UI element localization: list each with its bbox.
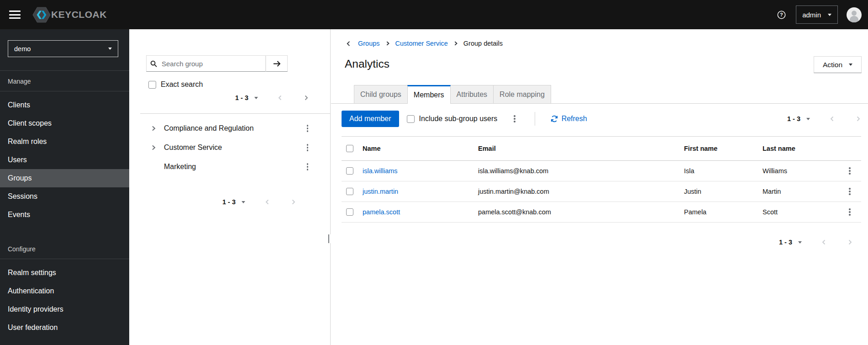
avatar[interactable] xyxy=(847,7,862,22)
column-header-last-name: Last name xyxy=(763,145,838,152)
expand-chevron-icon[interactable] xyxy=(151,126,156,131)
group-tree-panel: Exact search 1 - 3 Compliance and Regula… xyxy=(129,29,330,345)
page-title: Analytics xyxy=(345,56,389,72)
user-dropdown[interactable]: admin xyxy=(796,5,838,24)
sidebar-item-sessions[interactable]: Sessions xyxy=(0,187,129,206)
tree-pagination-top: 1 - 3 xyxy=(129,93,330,103)
sidebar-item-authentication[interactable]: Authentication xyxy=(0,282,129,300)
pagination-range: 1 - 3 xyxy=(779,239,792,246)
add-member-button[interactable]: Add member xyxy=(342,111,399,127)
tree-pagination-bottom: 1 - 3 xyxy=(129,197,330,207)
keycloak-hexagon-icon xyxy=(32,7,51,23)
row-checkbox[interactable] xyxy=(346,208,353,216)
user-name: admin xyxy=(802,11,821,19)
group-name-link[interactable]: Marketing xyxy=(164,163,305,171)
chevron-right-icon xyxy=(290,199,296,205)
panel-divider xyxy=(330,29,331,345)
toolbar-divider xyxy=(535,112,535,126)
breadcrumb-back-chevron-icon[interactable] xyxy=(346,41,352,47)
chevron-left-icon xyxy=(821,239,827,245)
member-last-name: Martin xyxy=(763,188,838,195)
sidebar-item-realm-settings[interactable]: Realm settings xyxy=(0,264,129,282)
member-name-link[interactable]: pamela.scott xyxy=(363,208,478,216)
table-header-row: Name Email First name Last name xyxy=(342,136,861,161)
previous-page-button[interactable] xyxy=(829,116,836,122)
include-subgroup-checkbox[interactable] xyxy=(407,115,415,123)
breadcrumb-link-customer-service[interactable]: Customer Service xyxy=(395,40,448,47)
select-all-checkbox[interactable] xyxy=(346,145,353,152)
row-kebab-menu-icon[interactable] xyxy=(847,186,852,196)
row-checkbox[interactable] xyxy=(346,167,353,175)
sidebar-item-groups[interactable]: Groups xyxy=(0,169,129,187)
per-page-toggle[interactable]: 1 - 3 xyxy=(222,198,245,206)
member-first-name: Justin xyxy=(684,188,763,195)
svg-text:?: ? xyxy=(780,12,783,17)
member-name-link[interactable]: isla.williams xyxy=(363,167,478,175)
next-page-button[interactable] xyxy=(290,199,296,205)
exact-search-option: Exact search xyxy=(148,80,330,89)
tab-role-mapping[interactable]: Role mapping xyxy=(493,85,551,103)
refresh-label: Refresh xyxy=(562,115,587,123)
sidebar-item-user-federation[interactable]: User federation xyxy=(0,318,129,337)
toolbar-kebab-menu-icon[interactable] xyxy=(512,113,517,124)
sidebar-item-client-scopes[interactable]: Client scopes xyxy=(0,114,129,133)
per-page-toggle[interactable]: 1 - 3 xyxy=(779,239,802,246)
sidebar-item-identity-providers[interactable]: Identity providers xyxy=(0,300,129,318)
table-row: isla.williams isla.williams@knab.com Isl… xyxy=(342,161,861,181)
per-page-toggle[interactable]: 1 - 3 xyxy=(787,115,810,122)
group-name-link[interactable]: Compliance and Regulation xyxy=(164,124,305,133)
group-kebab-menu-icon[interactable] xyxy=(305,142,310,153)
group-details-pane: Groups Customer Service Group details An… xyxy=(331,29,868,345)
realm-selector[interactable]: demo xyxy=(8,40,118,57)
members-pagination-bottom: 1 - 3 xyxy=(331,237,853,247)
previous-page-button[interactable] xyxy=(264,199,271,205)
group-tabs: Child groups Members Attributes Role map… xyxy=(331,85,868,104)
nav-toggle-hamburger-icon[interactable] xyxy=(9,11,21,19)
tab-attributes[interactable]: Attributes xyxy=(450,85,494,103)
group-tree-item: Marketing xyxy=(129,157,330,176)
nav-section-manage: Manage Clients Client scopes Realm roles… xyxy=(0,70,129,224)
help-icon[interactable]: ? xyxy=(777,11,786,19)
tab-child-groups[interactable]: Child groups xyxy=(354,85,408,103)
chevron-right-icon xyxy=(847,239,853,245)
next-page-button[interactable] xyxy=(855,116,861,122)
group-kebab-menu-icon[interactable] xyxy=(305,161,310,172)
sidebar-item-clients[interactable]: Clients xyxy=(0,96,129,114)
action-dropdown-button[interactable]: Action xyxy=(814,56,862,73)
chevron-right-icon xyxy=(453,41,458,46)
sidebar-item-users[interactable]: Users xyxy=(0,151,129,169)
group-kebab-menu-icon[interactable] xyxy=(305,123,310,133)
expand-chevron-icon[interactable] xyxy=(151,145,156,150)
chevron-right-icon xyxy=(303,95,309,101)
member-name-link[interactable]: justin.martin xyxy=(363,188,478,195)
member-email: isla.williams@knab.com xyxy=(478,167,684,175)
nav-section-configure: Configure Realm settings Authentication … xyxy=(0,239,129,337)
row-kebab-menu-icon[interactable] xyxy=(847,207,852,217)
table-row: pamela.scott pamela.scott@knab.com Pamel… xyxy=(342,202,861,223)
breadcrumb-link-groups[interactable]: Groups xyxy=(358,40,380,47)
next-page-button[interactable] xyxy=(303,95,309,101)
masthead: KEYCLOAK ? admin xyxy=(0,0,868,29)
sidebar-item-realm-roles[interactable]: Realm roles xyxy=(0,133,129,151)
next-page-button[interactable] xyxy=(847,239,853,245)
exact-search-label: Exact search xyxy=(161,80,203,89)
sidebar-item-events[interactable]: Events xyxy=(0,206,129,224)
previous-page-button[interactable] xyxy=(277,95,284,101)
members-table: Name Email First name Last name isla.wil… xyxy=(342,136,861,223)
refresh-link[interactable]: Refresh xyxy=(551,115,587,123)
row-checkbox[interactable] xyxy=(346,188,353,195)
caret-down-icon xyxy=(849,64,852,66)
search-submit-button[interactable] xyxy=(266,55,288,72)
section-label-configure: Configure xyxy=(0,239,129,259)
search-group-input[interactable] xyxy=(161,59,262,68)
row-kebab-menu-icon[interactable] xyxy=(847,165,852,176)
pagination-range: 1 - 3 xyxy=(787,115,800,122)
group-name-link[interactable]: Customer Service xyxy=(164,143,305,152)
per-page-toggle[interactable]: 1 - 3 xyxy=(235,94,258,101)
exact-search-checkbox[interactable] xyxy=(148,81,156,89)
member-last-name: Williams xyxy=(763,167,838,175)
previous-page-button[interactable] xyxy=(821,239,827,245)
tab-members[interactable]: Members xyxy=(407,85,451,104)
group-tree-item: Customer Service xyxy=(129,138,330,157)
keycloak-logo[interactable]: KEYCLOAK xyxy=(32,7,107,23)
